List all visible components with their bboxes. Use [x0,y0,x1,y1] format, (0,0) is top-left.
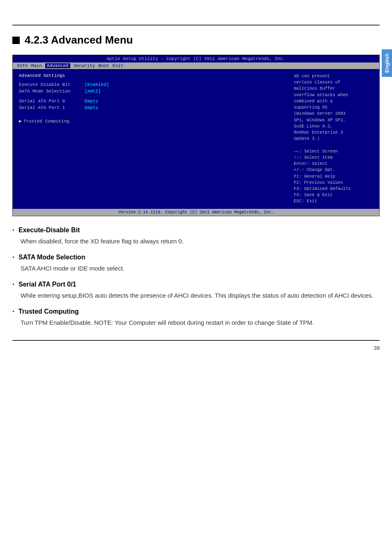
bullet-item-trusted-computing: · Trusted Computing Turn TPM Enable/Disa… [12,308,380,328]
language-tab: English [382,49,392,77]
bios-label-serial-port0: Serial ATA Port 0 [19,99,85,104]
bullet-item-execute-disable: · Execute-Disable Bit When disabled, for… [12,227,380,246]
bios-menu-info: Info [17,63,28,68]
bios-row-serial-port0: Serial ATA Port 0 Empty [19,99,283,104]
bullet-desc-serial-ata: While entering setup,BIOS auto detects t… [21,291,380,301]
content-section: · Execute-Disable Bit When disabled, for… [12,227,380,328]
bottom-divider [12,340,380,341]
bios-value-serial-port0: Empty [85,99,98,104]
section-title-text: 4.2.3 Advanced Menu [25,34,133,46]
bios-footer: Version 2.14.1219. Copyright (C) 2011 Am… [13,209,379,216]
bullet-title-execute-disable: · Execute-Disable Bit [12,227,380,234]
bullet-title-sata-mode: · SATA Mode Selection [12,254,380,261]
bios-help-text: XD can prevent certain classes of malici… [294,73,374,205]
bullet-title-trusted-computing: · Trusted Computing [12,308,380,315]
bullet-desc-execute-disable: When disabled, force the XD feature flag… [21,236,380,246]
bios-row-execute-disable: Execute Disable Bit [Enabled] [19,82,283,87]
bios-menu-advanced: Advanced [45,63,70,68]
bios-menu-security: Security [74,63,95,68]
bios-submenu-arrow: ▶ [19,118,22,124]
bios-screenshot: Aptio Setup Utility - Copyright (C) 2011… [12,55,380,216]
bullet-desc-trusted-computing: Turn TPM Enable/Disable. NOTE: Your Comp… [21,318,380,328]
bios-left-panel: Advanced Settings Execute Disable Bit [E… [13,69,289,209]
bios-submenu-trusted: ▶ Trusted Computing [19,118,283,124]
bullet-item-sata-mode: · SATA Mode Selection SATA AHCI mode or … [12,254,380,273]
section-title: 4.2.3 Advanced Menu [12,34,380,46]
bios-value-execute-disable: [Enabled] [85,82,109,87]
bios-label-execute-disable: Execute Disable Bit [19,82,85,87]
title-square-icon [12,37,20,44]
bios-section-label: Advanced Settings [19,73,283,78]
top-divider [12,25,380,25]
bios-menu-boot: Boot [98,63,109,68]
bios-label-sata-mode: SATA Mode Selection [19,89,85,94]
bios-row-sata-mode: SATA Mode Selection [AHCI] [19,89,283,94]
bios-right-panel: XD can prevent certain classes of malici… [289,69,379,209]
bullet-item-serial-ata: · Serial ATA Port 0/1 While entering set… [12,281,380,301]
bios-body: Advanced Settings Execute Disable Bit [E… [13,69,379,209]
bullet-desc-sata-mode: SATA AHCI mode or IDE mode select. [21,264,380,273]
bullet-title-serial-ata: · Serial ATA Port 0/1 [12,281,380,288]
bios-row-serial-port1: Serial ATA Port 1 Empty [19,105,283,110]
bios-menu-exit: Exit [113,63,123,68]
page-number: 39 [0,345,380,351]
bios-submenu-label: Trusted Computing [23,119,69,124]
bios-label-serial-port1: Serial ATA Port 1 [19,105,85,110]
bios-menu-main: Main [31,63,42,68]
bios-title-bar: Aptio Setup Utility - Copyright (C) 2011… [13,55,379,62]
bios-menu-bar: Info Main Advanced Security Boot Exit [13,62,379,69]
bios-value-serial-port1: Empty [85,105,98,110]
bios-value-sata-mode: [AHCI] [85,89,101,94]
